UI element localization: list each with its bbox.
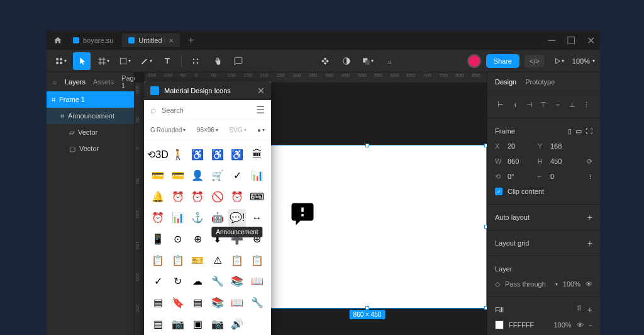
resources-icon[interactable] <box>187 52 204 70</box>
style-filter[interactable]: G Rounded ▾ <box>150 127 186 133</box>
icon-cell[interactable]: 📷 <box>169 315 187 332</box>
corner-detail-icon[interactable]: ⫶ <box>589 173 592 180</box>
align-bottom-icon[interactable]: ⊥ <box>567 99 578 110</box>
search-input[interactable] <box>162 106 251 114</box>
size-filter[interactable]: 96×96 ▾ <box>197 127 218 133</box>
layer-vector[interactable]: ▱Vector <box>47 124 134 140</box>
icon-cell[interactable]: ↔ <box>248 209 266 227</box>
icon-cell[interactable]: 🛒 <box>209 167 226 185</box>
icon-cell[interactable]: ⏰ <box>228 188 246 205</box>
layer-announcement[interactable]: ⌗Announcement <box>47 108 134 124</box>
icon-cell[interactable]: ✓ <box>149 273 167 290</box>
icon-cell[interactable]: 📚 <box>228 273 246 290</box>
pen-tool-icon[interactable]: ▾ <box>137 52 155 70</box>
comment-tool-icon[interactable] <box>230 52 247 70</box>
icon-cell[interactable]: 📚 <box>209 294 226 312</box>
icon-cell[interactable]: 🔔 <box>149 188 167 205</box>
canvas-frame[interactable]: 860 × 450 <box>248 145 487 309</box>
icon-cell[interactable]: ▣ <box>189 315 206 332</box>
color-filter[interactable]: ● ▾ <box>257 127 265 133</box>
maximize-icon[interactable]: ☐ <box>567 35 575 47</box>
shape-tool-icon[interactable]: ▾ <box>116 52 133 70</box>
layer-frame[interactable]: ⌗Frame 1 <box>47 91 134 108</box>
icon-cell[interactable]: ▤ <box>149 294 167 312</box>
component-icon[interactable] <box>316 52 334 70</box>
icon-cell[interactable]: 📖 <box>228 294 246 312</box>
x-input[interactable]: 20 <box>508 142 533 150</box>
icon-cell[interactable]: 🎫 <box>189 251 206 269</box>
opacity-input[interactable]: 100% <box>563 280 580 288</box>
frame-tool-icon[interactable]: ▾ <box>94 52 112 70</box>
close-icon[interactable]: ✕ <box>257 86 265 96</box>
zoom-control[interactable]: 100%▾ <box>572 57 595 65</box>
crop-icon[interactable]: ⟓ <box>380 52 398 70</box>
icon-cell[interactable]: ⚓ <box>189 209 206 227</box>
icon-cell[interactable]: ⌨ <box>248 188 266 205</box>
icon-cell[interactable]: 🚫 <box>209 188 226 205</box>
boolean-icon[interactable]: ▾ <box>359 52 377 70</box>
minimize-icon[interactable]: ─ <box>548 35 555 47</box>
align-right-icon[interactable]: ⊣ <box>524 99 535 110</box>
close-icon[interactable]: ✕ <box>587 35 595 47</box>
icon-cell[interactable]: ▤ <box>149 315 167 332</box>
add-fill-button[interactable]: + <box>587 305 592 315</box>
icon-cell[interactable]: ♿ <box>189 145 206 163</box>
constrain-icon[interactable]: ⟳ <box>587 157 592 166</box>
icon-cell[interactable]: 🏛 <box>248 145 266 163</box>
icon-cell[interactable]: 📊 <box>248 167 266 185</box>
icon-cell[interactable]: ⏰ <box>169 188 187 205</box>
fill-color-swatch[interactable] <box>495 321 504 329</box>
remove-fill-icon[interactable]: − <box>589 321 592 329</box>
visibility-icon[interactable]: 👁 <box>586 280 592 288</box>
tab-boyare[interactable]: boyare.su <box>67 33 119 47</box>
icon-cell[interactable]: 📋 <box>248 251 266 269</box>
design-tab[interactable]: Design <box>495 78 516 86</box>
visibility-icon[interactable]: 👁 <box>577 321 584 329</box>
icon-cell[interactable]: 💳 <box>169 167 187 185</box>
align-top-icon[interactable]: ⊤ <box>538 99 549 110</box>
corner-input[interactable]: 0 <box>550 173 575 180</box>
icon-cell[interactable]: ⏰ <box>189 188 206 205</box>
mask-icon[interactable] <box>338 52 355 70</box>
orientation-landscape-icon[interactable]: ▭ <box>575 127 582 135</box>
main-menu-icon[interactable]: ▾ <box>52 52 69 70</box>
icon-cell[interactable]: ✓ <box>228 167 246 185</box>
home-icon[interactable] <box>52 34 64 47</box>
icon-cell[interactable]: 🔧 <box>209 273 226 290</box>
add-grid-button[interactable]: + <box>587 238 592 248</box>
h-input[interactable]: 450 <box>550 157 575 165</box>
add-autolayout-button[interactable]: + <box>587 212 592 222</box>
blend-mode-select[interactable]: Pass through <box>505 280 550 288</box>
avatar[interactable] <box>467 54 481 68</box>
icon-cell[interactable]: ⊙ <box>169 230 187 248</box>
icon-cell[interactable]: ♿ <box>228 145 246 163</box>
close-icon[interactable]: ✕ <box>169 37 174 44</box>
align-left-icon[interactable]: ⊢ <box>495 99 506 110</box>
icon-cell[interactable]: 📖 <box>248 273 266 290</box>
resize-fit-icon[interactable]: ⛶ <box>586 127 592 135</box>
align-vcenter-icon[interactable]: ⫟ <box>552 99 564 110</box>
w-input[interactable]: 860 <box>508 157 533 165</box>
icon-cell[interactable]: ♿ <box>209 145 226 163</box>
icon-cell[interactable]: 💬!Announcement <box>228 209 246 227</box>
icon-cell[interactable]: ⏰ <box>149 209 167 227</box>
dev-mode-button[interactable]: </> <box>525 55 545 67</box>
assets-tab[interactable]: Assets <box>93 78 114 86</box>
icon-cell[interactable]: 📋 <box>149 251 167 269</box>
move-tool-icon[interactable] <box>73 52 91 70</box>
icon-cell[interactable]: 📊 <box>169 209 187 227</box>
icon-cell[interactable]: ☁ <box>189 273 206 290</box>
clip-checkbox[interactable]: ✓ <box>495 188 502 195</box>
icon-cell[interactable]: 💳 <box>149 167 167 185</box>
present-icon[interactable]: ▾ <box>550 52 567 70</box>
icon-cell[interactable]: ⚠ <box>209 251 226 269</box>
icon-cell[interactable]: 🚶 <box>169 145 187 163</box>
icon-cell[interactable]: 📋 <box>169 251 187 269</box>
orientation-portrait-icon[interactable]: ▯ <box>568 127 572 135</box>
icon-cell[interactable]: 👤 <box>189 167 206 185</box>
icon-cell[interactable]: 📱 <box>149 230 167 248</box>
icon-cell[interactable]: 🔧 <box>248 294 266 312</box>
distribute-icon[interactable]: ⋮ <box>581 99 592 110</box>
share-button[interactable]: Share <box>486 54 519 68</box>
prototype-tab[interactable]: Prototype <box>525 78 555 86</box>
